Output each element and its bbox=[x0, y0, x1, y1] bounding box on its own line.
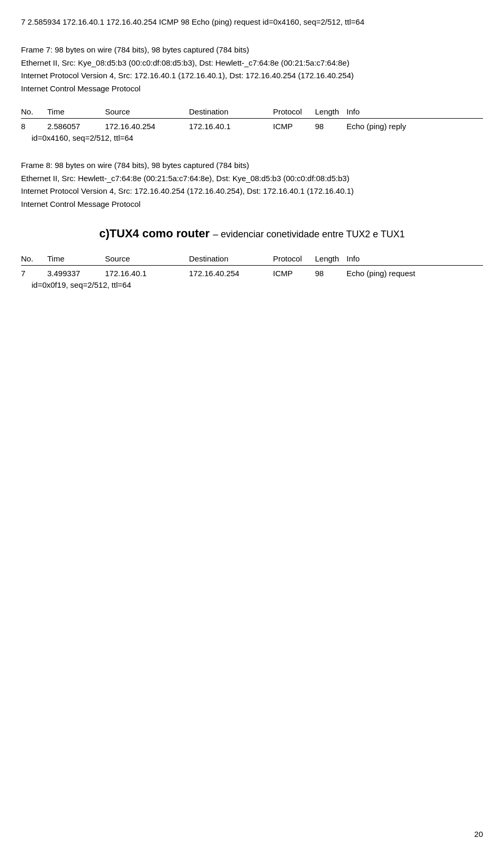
col-header-protocol: Protocol bbox=[273, 107, 315, 116]
big-heading-sub: – evidenciar conetividade entre TUX2 e T… bbox=[213, 229, 405, 239]
row7-source: 172.16.40.1 bbox=[105, 268, 189, 280]
col2-header-time: Time bbox=[47, 254, 105, 263]
frame8-details: Frame 8: 98 bytes on wire (784 bits), 98… bbox=[21, 159, 483, 211]
icmp7-text: Internet Control Message Protocol bbox=[21, 82, 483, 96]
col-header-time: Time bbox=[47, 107, 105, 116]
row8-info: Echo (ping) reply bbox=[346, 121, 483, 133]
row8-protocol: ICMP bbox=[273, 121, 315, 133]
col-header-destination: Destination bbox=[189, 107, 273, 116]
ip7-text: Internet Protocol Version 4, Src: 172.16… bbox=[21, 69, 483, 82]
ip8-text: Internet Protocol Version 4, Src: 172.16… bbox=[21, 185, 483, 198]
col2-header-length: Length bbox=[315, 254, 346, 263]
row7-no: 7 bbox=[21, 268, 47, 280]
row7b-continuation: id=0x0f19, seq=2/512, ttl=64 bbox=[21, 279, 483, 291]
row7-intro-text: 7 2.585934 172.16.40.1 172.16.40.254 ICM… bbox=[21, 16, 483, 29]
row8-length: 98 bbox=[315, 121, 346, 133]
col2-header-destination: Destination bbox=[189, 254, 273, 263]
table1-header: No. Time Source Destination Protocol Len… bbox=[21, 105, 483, 119]
page-number: 20 bbox=[474, 830, 483, 838]
row7-intro-block: 7 2.585934 172.16.40.1 172.16.40.254 ICM… bbox=[21, 16, 483, 29]
row7-destination: 172.16.40.254 bbox=[189, 268, 273, 280]
col2-header-protocol: Protocol bbox=[273, 254, 315, 263]
ethernet7-text: Ethernet II, Src: Kye_08:d5:b3 (00:c0:df… bbox=[21, 57, 483, 70]
row8-no: 8 bbox=[21, 121, 47, 133]
col2-header-no: No. bbox=[21, 254, 47, 263]
frame7-details: Frame 7: 98 bytes on wire (784 bits), 98… bbox=[21, 44, 483, 96]
big-section-heading: c)TUX4 como router – evidenciar conetivi… bbox=[21, 227, 483, 240]
row7-info: Echo (ping) request bbox=[346, 268, 483, 280]
big-heading-main: c)TUX4 como router bbox=[99, 227, 209, 240]
row8-source: 172.16.40.254 bbox=[105, 121, 189, 133]
table2-row7: 7 3.499337 172.16.40.1 172.16.40.254 ICM… bbox=[21, 268, 483, 280]
row7-time: 3.499337 bbox=[47, 268, 105, 280]
col2-header-source: Source bbox=[105, 254, 189, 263]
row7-length: 98 bbox=[315, 268, 346, 280]
row8-time: 2.586057 bbox=[47, 121, 105, 133]
col2-header-info: Info bbox=[346, 254, 483, 263]
col-header-info: Info bbox=[346, 107, 483, 116]
table2-header: No. Time Source Destination Protocol Len… bbox=[21, 252, 483, 266]
row8-continuation: id=0x4160, seq=2/512, ttl=64 bbox=[21, 132, 483, 144]
icmp8-text: Internet Control Message Protocol bbox=[21, 198, 483, 211]
frame8-title: Frame 8: 98 bytes on wire (784 bits), 98… bbox=[21, 159, 483, 172]
col-header-no: No. bbox=[21, 107, 47, 116]
row8-destination: 172.16.40.1 bbox=[189, 121, 273, 133]
frame7-title: Frame 7: 98 bytes on wire (784 bits), 98… bbox=[21, 44, 483, 57]
col-header-length: Length bbox=[315, 107, 346, 116]
col-header-source: Source bbox=[105, 107, 189, 116]
table1-row8: 8 2.586057 172.16.40.254 172.16.40.1 ICM… bbox=[21, 121, 483, 133]
row7-protocol: ICMP bbox=[273, 268, 315, 280]
ethernet8-text: Ethernet II, Src: Hewlett-_c7:64:8e (00:… bbox=[21, 172, 483, 185]
